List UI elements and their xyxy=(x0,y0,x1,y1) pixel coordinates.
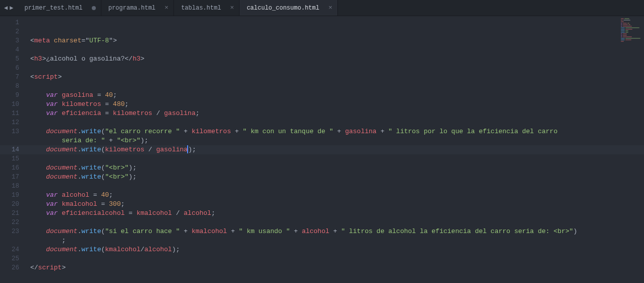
line-number[interactable]: 26 xyxy=(0,263,27,272)
line-number[interactable]: 10 xyxy=(0,100,27,109)
code-line[interactable]: var kmalcohol = 300; xyxy=(27,200,644,209)
line-number[interactable]: 1 xyxy=(0,18,27,27)
tab-bar: ◀ ▶ primer_test.htmlprograma.html×tablas… xyxy=(0,0,644,16)
code-line[interactable]: document.write("el carro recorre " + kil… xyxy=(27,127,644,136)
tab-programa-html[interactable]: programa.html× xyxy=(101,0,174,16)
line-number[interactable]: 7 xyxy=(0,73,27,82)
code-line[interactable]: <script> xyxy=(27,73,644,82)
line-number[interactable]: 19 xyxy=(0,191,27,200)
code-line[interactable]: var alcohol = 40; xyxy=(27,191,644,200)
code-line[interactable] xyxy=(27,218,644,227)
tab-tablas-html[interactable]: tablas.html× xyxy=(174,0,240,16)
code-line[interactable]: </script> xyxy=(27,263,644,272)
line-number-wrap xyxy=(0,136,27,145)
nav-back-icon[interactable]: ◀ xyxy=(3,4,9,12)
close-icon[interactable]: × xyxy=(328,5,332,11)
line-number[interactable]: 6 xyxy=(0,64,27,73)
code-line[interactable]: var gasolina = 40; xyxy=(27,91,644,100)
code-area[interactable]: <meta charset="UTF-8"> <h3>¿alcohol o ga… xyxy=(27,16,644,283)
tab-label: primer_test.html xyxy=(24,5,82,12)
code-line[interactable]: document.write("si el carro hace " + kma… xyxy=(27,227,644,236)
nav-arrows: ◀ ▶ xyxy=(0,0,17,16)
line-number[interactable]: 13 xyxy=(0,127,27,136)
code-line[interactable]: var eficiencialcohol = kmalcohol / alcoh… xyxy=(27,209,644,218)
line-number[interactable]: 23 xyxy=(0,227,27,236)
code-line[interactable]: var kilometros = 480; xyxy=(27,100,644,109)
line-number[interactable]: 5 xyxy=(0,54,27,64)
tab-calculo_consumo-html[interactable]: calculo_consumo.html× xyxy=(240,0,338,16)
code-line[interactable]: var eficiencia = kilometros / gasolina; xyxy=(27,109,644,118)
code-line[interactable]: <h3>¿alcohol o gasolina?</h3> xyxy=(27,54,644,64)
line-number[interactable]: 4 xyxy=(0,45,27,54)
tab-label: programa.html xyxy=(108,5,156,12)
code-line[interactable] xyxy=(27,154,644,163)
line-number[interactable]: 24 xyxy=(0,245,27,254)
line-number-wrap xyxy=(0,236,27,245)
line-number[interactable]: 14 xyxy=(0,145,27,154)
code-line[interactable]: document.write("<br>"); xyxy=(27,163,644,173)
close-icon[interactable]: × xyxy=(164,5,168,11)
code-line[interactable] xyxy=(27,182,644,191)
code-line[interactable] xyxy=(27,27,644,36)
modified-dot-icon xyxy=(92,6,96,10)
code-line[interactable] xyxy=(27,45,644,54)
tab-primer_test-html[interactable]: primer_test.html xyxy=(17,0,101,16)
line-number[interactable]: 17 xyxy=(0,173,27,182)
line-number[interactable]: 15 xyxy=(0,154,27,163)
line-number[interactable]: 16 xyxy=(0,163,27,173)
line-number[interactable]: 21 xyxy=(0,209,27,218)
line-number[interactable]: 11 xyxy=(0,109,27,118)
gutter: 1234567891011121314151617181920212223242… xyxy=(0,16,27,283)
code-line[interactable]: ; xyxy=(27,236,644,245)
code-line[interactable] xyxy=(27,82,644,91)
line-number[interactable]: 25 xyxy=(0,254,27,263)
line-number[interactable]: 20 xyxy=(0,200,27,209)
code-line[interactable]: seria de: " + "<br>"); xyxy=(27,136,644,145)
line-number[interactable]: 22 xyxy=(0,218,27,227)
line-number[interactable]: 9 xyxy=(0,91,27,100)
tab-label: calculo_consumo.html xyxy=(247,5,319,12)
tab-label: tablas.html xyxy=(181,5,221,12)
line-number[interactable]: 3 xyxy=(0,36,27,45)
vertical-scrollbar[interactable] xyxy=(639,16,644,283)
line-number[interactable]: 18 xyxy=(0,182,27,191)
code-line[interactable]: document.write(kmalcohol/alcohol); xyxy=(27,245,644,254)
code-line[interactable]: document.write("<br>"); xyxy=(27,173,644,182)
line-number[interactable]: 8 xyxy=(0,82,27,91)
nav-forward-icon[interactable]: ▶ xyxy=(9,4,14,12)
line-number[interactable]: 2 xyxy=(0,27,27,36)
code-line[interactable] xyxy=(27,118,644,127)
editor-pane: 1234567891011121314151617181920212223242… xyxy=(0,16,644,283)
close-icon[interactable]: × xyxy=(230,5,234,11)
code-line[interactable]: <meta charset="UTF-8"> xyxy=(27,36,644,45)
line-number[interactable]: 12 xyxy=(0,118,27,127)
code-line[interactable] xyxy=(27,18,644,27)
tabs: primer_test.htmlprograma.html×tablas.htm… xyxy=(17,0,338,16)
code-line[interactable] xyxy=(27,64,644,73)
code-line[interactable] xyxy=(27,254,644,263)
code-line[interactable]: document.write(kilometros / gasolina); xyxy=(27,145,644,154)
